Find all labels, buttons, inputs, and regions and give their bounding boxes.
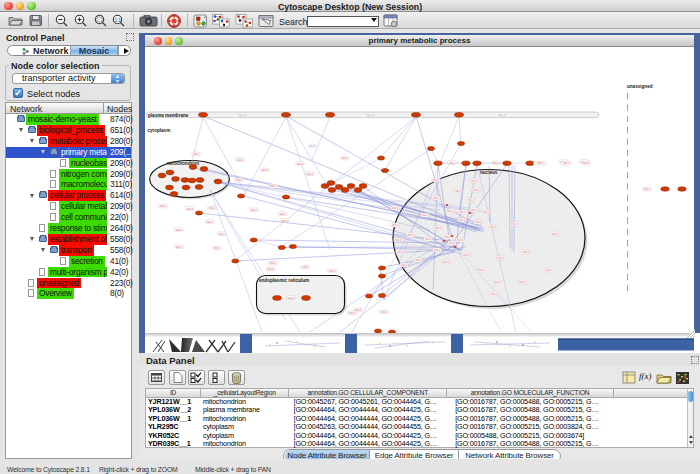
svg-text:xxx-x: xxx-x <box>415 259 422 262</box>
svg-text:xxx-x: xxx-x <box>349 312 356 315</box>
svg-text:xxx-x: xxx-x <box>491 293 498 296</box>
svg-text:xxx-x: xxx-x <box>329 270 336 273</box>
svg-text:xxx-x: xxx-x <box>434 249 441 252</box>
svg-text:xxx-x: xxx-x <box>176 229 183 232</box>
svg-text:xxx-x: xxx-x <box>193 153 200 156</box>
svg-text:xxx-x: xxx-x <box>408 234 415 237</box>
svg-text:xxx-x: xxx-x <box>297 163 304 166</box>
svg-text:nucleus: nucleus <box>480 170 498 175</box>
svg-text:xxx-x: xxx-x <box>537 162 544 165</box>
svg-text:xxx-x: xxx-x <box>270 262 277 265</box>
svg-text:xxx-x: xxx-x <box>270 185 277 188</box>
svg-text:xxx-x: xxx-x <box>206 221 213 224</box>
svg-text:xxx-x: xxx-x <box>214 247 221 250</box>
svg-text:xxx-x: xxx-x <box>443 261 450 264</box>
svg-text:xxx-x: xxx-x <box>219 233 226 236</box>
svg-text:xxx-x: xxx-x <box>268 268 275 271</box>
svg-text:xxx-x: xxx-x <box>459 211 466 214</box>
svg-text:xxx-x: xxx-x <box>493 162 500 165</box>
svg-text:xxx-x: xxx-x <box>435 227 442 230</box>
svg-text:xxx-x: xxx-x <box>644 188 651 191</box>
svg-text:xxx-x: xxx-x <box>237 159 244 162</box>
svg-text:xxx-x: xxx-x <box>302 266 309 269</box>
svg-text:xxx-x: xxx-x <box>236 179 243 182</box>
svg-text:1:1: 1:1 <box>115 18 122 23</box>
svg-text:xxx-x: xxx-x <box>563 162 570 165</box>
svg-text:xxx-x: xxx-x <box>483 211 490 214</box>
svg-text:xxx-x: xxx-x <box>471 180 478 183</box>
svg-text:xxx-x: xxx-x <box>459 219 466 222</box>
svg-text:xxx-x: xxx-x <box>381 311 388 314</box>
svg-text:xxx-x: xxx-x <box>519 281 526 284</box>
svg-text:xxx-x: xxx-x <box>546 269 553 272</box>
svg-text:xxx-x: xxx-x <box>279 213 286 216</box>
svg-text:xxx-x: xxx-x <box>511 223 518 226</box>
svg-text:xxx-x: xxx-x <box>552 233 559 236</box>
svg-text:xxx-x: xxx-x <box>498 257 505 260</box>
svg-text:xxx-x: xxx-x <box>176 246 183 249</box>
svg-text:xxx-x: xxx-x <box>251 209 258 212</box>
svg-text:xxx-x: xxx-x <box>449 162 456 165</box>
svg-text:xxx-x: xxx-x <box>478 269 485 272</box>
svg-text:xxx-x: xxx-x <box>583 162 590 165</box>
svg-text:xxx-x: xxx-x <box>447 210 454 213</box>
svg-text:xxx-x: xxx-x <box>457 239 464 242</box>
svg-text:xxx-x: xxx-x <box>499 114 506 117</box>
svg-text:xxx-x: xxx-x <box>433 179 440 182</box>
svg-text:xxx-x: xxx-x <box>262 169 269 172</box>
svg-text:xxx-x: xxx-x <box>463 254 470 257</box>
svg-text:xxx-x: xxx-x <box>209 207 216 210</box>
svg-text:xxx-x: xxx-x <box>471 209 478 212</box>
svg-text:xxx-x: xxx-x <box>490 226 497 229</box>
svg-text:xxx-x: xxx-x <box>288 297 295 300</box>
svg-text:xxx-x: xxx-x <box>307 173 314 176</box>
svg-text:xxx-x: xxx-x <box>449 242 456 245</box>
svg-text:xxx-x: xxx-x <box>239 114 246 117</box>
svg-text:unassigned: unassigned <box>627 84 653 89</box>
svg-text:xxx-x: xxx-x <box>282 220 289 223</box>
svg-text:cytoplasm: cytoplasm <box>148 128 171 133</box>
svg-text:plasma membrane: plasma membrane <box>148 113 189 118</box>
svg-text:xxx-x: xxx-x <box>475 221 482 224</box>
svg-text:xxx-x: xxx-x <box>473 189 480 192</box>
svg-text:endoplasmic reticulum: endoplasmic reticulum <box>259 278 309 283</box>
svg-text:xxx-x: xxx-x <box>309 145 316 148</box>
svg-text:xxx-x: xxx-x <box>401 264 408 267</box>
svg-text:xxx-x: xxx-x <box>187 208 194 211</box>
svg-text:xxx-x: xxx-x <box>455 190 462 193</box>
svg-text:xxx-x: xxx-x <box>445 236 452 239</box>
svg-text:xxx-x: xxx-x <box>395 239 402 242</box>
svg-text:xxx-x: xxx-x <box>523 251 530 254</box>
svg-text:xxx-x: xxx-x <box>392 207 399 210</box>
svg-text:xxx-x: xxx-x <box>397 251 404 254</box>
svg-text:xxx-x: xxx-x <box>433 197 440 200</box>
svg-text:xxx-x: xxx-x <box>342 157 349 160</box>
svg-text:xxx-x: xxx-x <box>422 214 429 217</box>
svg-text:xxx-x: xxx-x <box>425 238 432 241</box>
svg-text:xxx-x: xxx-x <box>367 114 374 117</box>
svg-text:xxx-x: xxx-x <box>160 205 167 208</box>
svg-text:xxx-x: xxx-x <box>494 281 501 284</box>
svg-text:xxx-x: xxx-x <box>392 224 399 227</box>
svg-text:xxx-x: xxx-x <box>468 199 475 202</box>
